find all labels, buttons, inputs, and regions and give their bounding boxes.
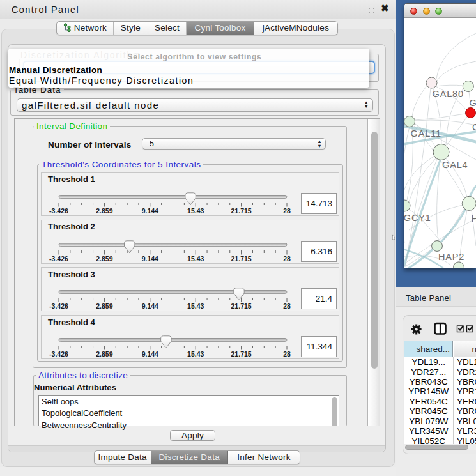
svg-text:GA: GA <box>470 98 476 108</box>
svg-text:-3.426: -3.426 <box>49 350 68 358</box>
svg-text:9.144: 9.144 <box>142 302 158 310</box>
svg-text:21.715: 21.715 <box>231 350 252 358</box>
svg-text:15.43: 15.43 <box>187 207 204 215</box>
svg-text:GAL4: GAL4 <box>442 160 468 170</box>
svg-text:28: 28 <box>283 350 291 358</box>
svg-text:CY: CY <box>472 122 476 132</box>
svg-text:15.43: 15.43 <box>187 254 204 262</box>
svg-text:-3.426: -3.426 <box>49 207 68 215</box>
svg-text:15.43: 15.43 <box>187 302 204 310</box>
svg-text:2.859: 2.859 <box>96 207 112 215</box>
svg-text:HAP2: HAP2 <box>438 252 464 262</box>
svg-text:21.715: 21.715 <box>231 302 252 310</box>
svg-text:21.715: 21.715 <box>231 254 252 262</box>
svg-text:15.43: 15.43 <box>187 350 204 358</box>
svg-text:2.859: 2.859 <box>96 254 112 262</box>
svg-text:21.715: 21.715 <box>231 207 252 215</box>
svg-text:28: 28 <box>283 302 291 310</box>
svg-text:GAL80: GAL80 <box>433 89 464 99</box>
svg-text:-3.426: -3.426 <box>49 254 68 262</box>
svg-text:9.144: 9.144 <box>142 207 158 215</box>
svg-text:GCY1: GCY1 <box>404 213 431 223</box>
svg-text:9.144: 9.144 <box>142 350 158 358</box>
svg-text:28: 28 <box>283 254 291 262</box>
svg-text:GAL11: GAL11 <box>411 128 441 139</box>
svg-text:28: 28 <box>283 207 291 215</box>
svg-text:-3.426: -3.426 <box>49 302 68 310</box>
svg-text:2.859: 2.859 <box>96 302 112 310</box>
svg-text:9.144: 9.144 <box>142 254 158 262</box>
svg-text:HS: HS <box>472 213 476 224</box>
svg-text:2.859: 2.859 <box>96 350 112 358</box>
